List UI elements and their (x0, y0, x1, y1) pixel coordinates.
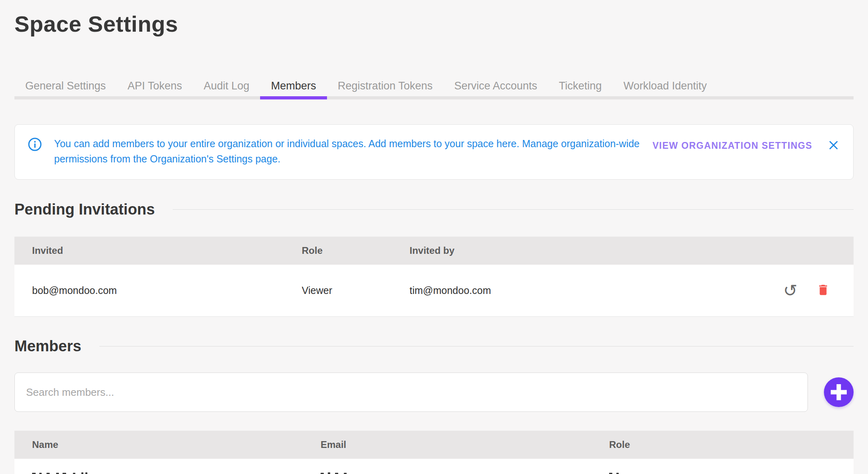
members-search-row (14, 373, 854, 412)
members-heading: Members (14, 337, 81, 355)
tab-general-settings[interactable]: General Settings (14, 72, 117, 99)
row-actions: ↺ (781, 282, 854, 300)
tab-audit-log[interactable]: Audit Log (193, 72, 260, 99)
search-members-input[interactable] (14, 373, 808, 412)
tab-api-tokens[interactable]: API Tokens (117, 72, 193, 99)
delete-invitation-button[interactable] (814, 282, 832, 300)
invited-email-cell: bob@mondoo.com (14, 285, 302, 296)
tab-ticketing[interactable]: Ticketing (548, 72, 613, 99)
member-row-clipped (14, 459, 854, 474)
column-header-name: Name (14, 439, 321, 450)
invited-by-cell: tim@mondoo.com (410, 285, 781, 296)
page-title: Space Settings (14, 10, 854, 37)
pending-invitation-row: bob@mondoo.com Viewer tim@mondoo.com ↺ (14, 265, 854, 317)
space-settings-page: Space Settings General Settings API Toke… (0, 0, 868, 474)
view-organization-settings-button[interactable]: VIEW ORGANIZATION SETTINGS (652, 140, 812, 151)
section-divider (99, 346, 854, 346)
members-table-header: Name Email Role (14, 431, 854, 459)
banner-action-area: VIEW ORGANIZATION SETTINGS (652, 138, 841, 154)
info-banner: You can add members to your entire organ… (14, 124, 854, 180)
column-header-invited-by: Invited by (410, 245, 854, 256)
pending-invitations-heading: Pending Invitations (14, 200, 155, 219)
column-header-invited: Invited (14, 245, 302, 256)
resend-invitation-button[interactable]: ↺ (781, 282, 799, 300)
resend-icon: ↺ (783, 282, 797, 299)
role-cell: Viewer (302, 285, 410, 296)
column-header-role: Role (302, 245, 410, 256)
clipped-row-text-fragments (14, 472, 854, 474)
column-header-role: Role (609, 439, 854, 450)
banner-close-button[interactable] (826, 138, 841, 154)
close-icon (828, 139, 840, 152)
info-icon (28, 137, 42, 153)
pending-invitations-section-head: Pending Invitations (14, 200, 854, 219)
column-header-email: Email (321, 439, 609, 450)
add-member-button[interactable] (824, 377, 854, 407)
tab-registration-tokens[interactable]: Registration Tokens (327, 72, 444, 99)
members-section-head: Members (14, 337, 854, 355)
pending-invitations-table: Invited Role Invited by bob@mondoo.com V… (14, 237, 854, 317)
tab-workload-identity[interactable]: Workload Identity (613, 72, 718, 99)
tab-service-accounts[interactable]: Service Accounts (443, 72, 548, 99)
members-table: Name Email Role (14, 431, 854, 474)
settings-tab-bar: General Settings API Tokens Audit Log Me… (14, 72, 854, 99)
pending-invitations-table-header: Invited Role Invited by (14, 237, 854, 265)
banner-message: You can add members to your entire organ… (54, 136, 647, 166)
trash-icon (816, 283, 830, 298)
tab-members[interactable]: Members (260, 72, 327, 99)
section-divider (173, 209, 854, 210)
